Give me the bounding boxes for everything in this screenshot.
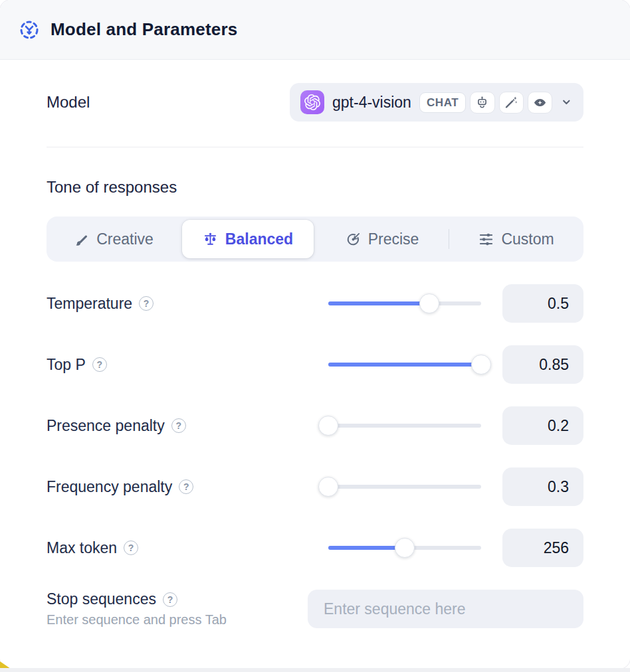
focus-icon [19, 19, 40, 41]
tone-segmented-control: Creative Balanced Precise [47, 216, 583, 262]
temperature-slider[interactable] [328, 294, 481, 313]
param-label-text: Presence penalty [47, 417, 165, 435]
max-token-value[interactable]: 256 [502, 529, 583, 567]
max-token-slider[interactable] [328, 538, 481, 558]
slider-fill [328, 546, 405, 550]
param-label-text: Max token [47, 539, 117, 557]
model-type-badge: CHAT [419, 92, 466, 113]
param-label: Temperature ? [47, 295, 328, 313]
selected-model-name: gpt-4-vision [332, 94, 411, 112]
tone-section-title: Tone of responses [47, 178, 583, 197]
page-background-strip [0, 668, 630, 672]
frequency-penalty-value[interactable]: 0.3 [502, 467, 583, 506]
brush-icon [74, 232, 89, 247]
param-label-text: Top P [47, 356, 86, 374]
wand-sparkles-icon [499, 92, 524, 114]
param-row-temperature: Temperature ? 0.5 [47, 284, 583, 323]
top-p-value[interactable]: 0.85 [502, 345, 583, 384]
param-label-text: Frequency penalty [47, 478, 172, 496]
presence-penalty-value[interactable]: 0.2 [502, 406, 583, 445]
tone-option-label: Custom [501, 230, 554, 248]
top-p-slider[interactable] [328, 355, 481, 375]
stop-sequences-labels: Stop sequences ? Enter sequence and pres… [47, 590, 308, 628]
temperature-value[interactable]: 0.5 [502, 284, 583, 323]
presence-penalty-slider[interactable] [328, 416, 481, 436]
slider-handle[interactable] [395, 538, 415, 558]
model-row: Model gpt-4-vision CHAT [47, 83, 583, 122]
stop-sequences-hint: Enter sequence and press Tab [47, 612, 308, 628]
help-icon[interactable]: ? [139, 296, 154, 311]
tone-option-creative[interactable]: Creative [48, 220, 179, 258]
vision-eye-icon [528, 92, 552, 114]
slider-handle[interactable] [419, 294, 439, 313]
help-icon[interactable]: ? [163, 592, 177, 607]
slider-track[interactable] [328, 424, 481, 428]
frequency-penalty-slider[interactable] [328, 477, 481, 497]
slider-handle[interactable] [318, 416, 338, 436]
stop-sequences-row: Stop sequences ? Enter sequence and pres… [47, 590, 583, 628]
slider-handle[interactable] [318, 477, 338, 497]
slider-fill [328, 301, 429, 305]
panel-header: Model and Parameters [0, 0, 630, 60]
scales-icon [203, 232, 218, 247]
openai-logo-icon [300, 90, 324, 114]
param-row-frequency-penalty: Frequency penalty ? 0.3 [47, 467, 583, 506]
tone-option-custom[interactable]: Custom [451, 220, 582, 258]
model-parameters-panel: Model and Parameters Model gpt-4-vision … [0, 0, 630, 669]
param-label: Frequency penalty ? [47, 478, 328, 496]
slider-handle[interactable] [471, 355, 491, 375]
stop-sequences-label: Stop sequences [47, 590, 156, 608]
param-label: Top P ? [47, 356, 328, 374]
sliders-icon [478, 232, 494, 247]
param-label: Presence penalty ? [47, 417, 328, 435]
help-icon[interactable]: ? [92, 357, 107, 372]
model-select[interactable]: gpt-4-vision CHAT [290, 83, 583, 122]
tone-option-balanced[interactable]: Balanced [182, 220, 314, 258]
tone-option-label: Precise [368, 230, 419, 248]
help-icon[interactable]: ? [124, 541, 138, 555]
slider-track[interactable] [328, 485, 481, 489]
slider-fill [328, 363, 481, 367]
target-icon [346, 232, 361, 247]
section-divider [47, 147, 583, 147]
tone-option-label: Creative [96, 230, 154, 248]
param-row-presence-penalty: Presence penalty ? 0.2 [47, 406, 583, 445]
bot-icon [470, 92, 494, 114]
param-label-text: Temperature [47, 295, 132, 313]
param-label: Max token ? [47, 539, 328, 557]
tone-option-precise[interactable]: Precise [316, 220, 448, 258]
param-row-top-p: Top P ? 0.85 [47, 345, 583, 384]
stop-sequence-input[interactable] [308, 590, 583, 628]
param-row-max-token: Max token ? 256 [47, 529, 583, 567]
help-icon[interactable]: ? [171, 418, 186, 433]
model-label: Model [47, 93, 90, 112]
page-title: Model and Parameters [51, 19, 237, 40]
help-icon[interactable]: ? [179, 479, 193, 494]
tone-option-label: Balanced [225, 230, 293, 248]
chevron-down-icon [560, 96, 573, 109]
